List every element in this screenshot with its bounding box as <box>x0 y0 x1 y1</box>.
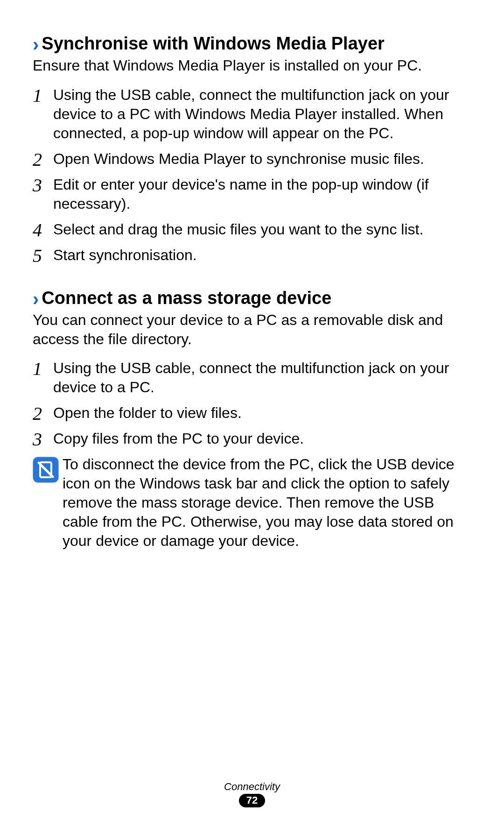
page-footer: Connectivity 72 <box>0 781 504 807</box>
step-item: 3 Edit or enter your device's name in th… <box>33 175 471 213</box>
steps-list-mass-storage: 1 Using the USB cable, connect the multi… <box>33 359 471 448</box>
step-number: 3 <box>33 430 53 449</box>
section-spacer <box>33 271 471 287</box>
step-text: Open the folder to view files. <box>53 403 471 423</box>
footer-page-number: 72 <box>239 794 265 807</box>
step-number: 1 <box>33 360 53 378</box>
steps-list-sync: 1 Using the USB cable, connect the multi… <box>33 85 471 265</box>
step-text: Using the USB cable, connect the multifu… <box>53 85 471 143</box>
step-number: 5 <box>33 247 53 265</box>
step-item: 1 Using the USB cable, connect the multi… <box>33 359 471 397</box>
step-text: Start synchronisation. <box>53 246 471 265</box>
step-text: Select and drag the music files you want… <box>53 220 471 239</box>
section-title-text: Synchronise with Windows Media Player <box>42 33 385 55</box>
step-item: 2 Open Windows Media Player to synchroni… <box>33 149 471 169</box>
note-icon <box>33 457 59 483</box>
step-text: Using the USB cable, connect the multifu… <box>53 359 471 397</box>
note-text: To disconnect the device from the PC, cl… <box>63 455 471 551</box>
step-number: 4 <box>33 221 53 240</box>
step-number: 1 <box>33 86 53 105</box>
section-heading-mass-storage: › Connect as a mass storage device <box>33 287 471 310</box>
section-intro: Ensure that Windows Media Player is inst… <box>33 56 471 75</box>
section-intro: You can connect your device to a PC as a… <box>33 311 471 349</box>
step-item: 2 Open the folder to view files. <box>33 403 471 423</box>
step-number: 2 <box>33 150 53 169</box>
section-heading-sync: › Synchronise with Windows Media Player <box>33 33 471 55</box>
footer-section-label: Connectivity <box>0 781 504 793</box>
chevron-right-icon: › <box>33 288 39 310</box>
step-number: 2 <box>33 404 53 423</box>
step-item: 1 Using the USB cable, connect the multi… <box>33 85 471 143</box>
manual-page: › Synchronise with Windows Media Player … <box>0 0 504 827</box>
step-number: 3 <box>33 176 53 195</box>
step-item: 3 Copy files from the PC to your device. <box>33 429 471 448</box>
step-text: Copy files from the PC to your device. <box>53 429 471 448</box>
step-item: 4 Select and drag the music files you wa… <box>33 220 471 239</box>
step-text: Open Windows Media Player to synchronise… <box>53 149 471 169</box>
step-text: Edit or enter your device's name in the … <box>53 175 471 213</box>
chevron-right-icon: › <box>33 33 39 56</box>
step-item: 5 Start synchronisation. <box>33 246 471 265</box>
note-block: To disconnect the device from the PC, cl… <box>33 455 471 551</box>
section-title-text: Connect as a mass storage device <box>42 288 331 309</box>
